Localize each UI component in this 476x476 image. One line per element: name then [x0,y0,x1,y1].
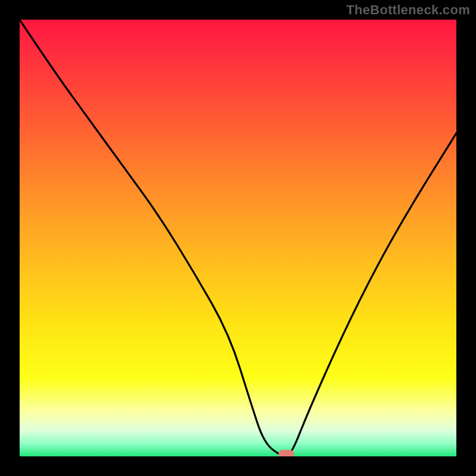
plot-area [20,20,456,456]
chart-container: TheBottleneck.com [0,0,476,476]
bottleneck-curve [20,20,456,456]
bottleneck-marker [278,450,294,456]
watermark-label: TheBottleneck.com [346,2,470,18]
curve-path [20,20,456,456]
